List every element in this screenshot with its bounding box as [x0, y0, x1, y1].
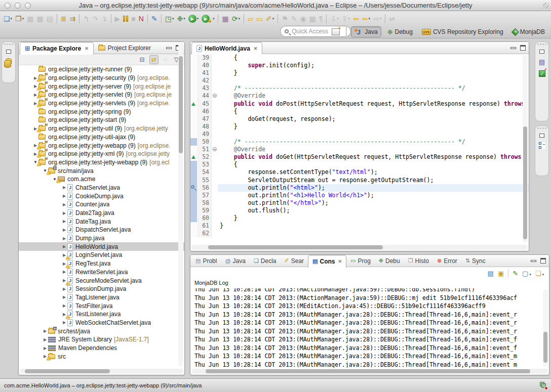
task-list-view-icon[interactable]: ▤ — [539, 58, 545, 66]
outline-view-icon[interactable] — [539, 142, 545, 149]
external-tools-button[interactable]: ⟳▾ — [230, 13, 242, 24]
line-number[interactable]: 45 — [197, 100, 211, 108]
collapse-all-button[interactable]: ⊟ — [138, 56, 146, 64]
open-console-button[interactable]: ❏ ▾ — [535, 270, 544, 277]
scroll-lock-button[interactable]: ▣ — [498, 270, 504, 277]
tab-project-explorer[interactable]: Project Explorer — [94, 42, 155, 54]
tree-item-org.eclipse.jetty-jetty-server-9-[interactable]: ▶Morg.eclipse.jetty:jetty-server (9)[org… — [19, 82, 184, 91]
coverage-button[interactable]: ◳▾ — [164, 13, 176, 24]
tree-item-testfilter.java[interactable]: ▶JTestFilter.java — [19, 301, 184, 310]
tree-horizontal-scrollbar[interactable] — [20, 369, 183, 374]
retag-button[interactable]: ⚑ — [280, 13, 290, 24]
line-number[interactable]: 56 — [197, 184, 211, 192]
chevron-down-icon[interactable]: ▾ — [337, 17, 339, 21]
tree-item-counter.java[interactable]: ▶JCounter.java — [19, 200, 184, 209]
tab-console-debu[interactable]: ❉Debu — [375, 255, 404, 267]
scrollbar-thumb[interactable] — [543, 332, 547, 363]
tree-item-org.eclipse.jetty-jetty-webapp-9-[interactable]: ▶Morg.eclipse.jetty:jetty-webapp (9)[org… — [19, 141, 184, 150]
tree-item-org.eclipse.jetty-jetty-security-9-[interactable]: ▶Morg.eclipse.jetty:jetty-security (9)[o… — [19, 74, 184, 82]
restore-view-icon[interactable] — [6, 50, 11, 54]
perspective-cvs-repository-exploring[interactable]: CVSCVS Repository Exploring — [419, 27, 506, 36]
externalize-strings-button[interactable]: ◉ — [298, 13, 307, 24]
scrollbar-thumb[interactable] — [523, 126, 527, 239]
chevron-down-icon[interactable]: ▾ — [183, 17, 185, 21]
line-number[interactable]: 59 — [197, 207, 211, 214]
search-button[interactable]: ✐▾ — [264, 13, 276, 24]
zoom-window-button[interactable] — [25, 3, 31, 9]
code-editor[interactable]: 39 {40 super.init(config);41 }4243 /* --… — [190, 54, 529, 251]
maximize-view-button[interactable] — [520, 45, 526, 51]
scrollbar-thumb[interactable] — [25, 369, 110, 373]
line-number[interactable]: 58 — [197, 199, 211, 207]
expander-icon[interactable]: ▶ — [61, 219, 67, 224]
restore-view-icon[interactable] — [539, 50, 544, 54]
perspective-debug[interactable]: ❉Debug — [384, 27, 416, 37]
tree-item-securemodeservlet.java[interactable]: ▶JSecureModeServlet.java — [19, 276, 184, 285]
tab-console-error[interactable]: ⊗Error — [433, 255, 461, 267]
line-number[interactable]: 50 — [197, 138, 211, 146]
print-button[interactable]: ▤ — [45, 13, 55, 24]
tree-item-loginservlet.java[interactable]: ▶JLoginServlet.java — [19, 251, 184, 259]
run-secured-button[interactable]: ▶🔒▾ — [200, 13, 216, 24]
scrollbar-thumb[interactable] — [179, 56, 183, 153]
tree-item-testlistener.java[interactable]: ▶JTestListener.java — [19, 310, 184, 319]
tree-item-taglistener.java[interactable]: ▶JTagListener.java — [19, 293, 184, 302]
scrollbar-thumb[interactable] — [206, 369, 530, 373]
tab-console-histo[interactable]: ❐Histo — [404, 255, 433, 267]
chevron-down-icon[interactable]: ▾ — [11, 17, 13, 21]
link-with-editor-button[interactable]: ⇄ — [149, 55, 159, 64]
line-number[interactable]: 49 — [197, 130, 211, 138]
tree-item-src-main-java[interactable]: ▼src/main/java — [19, 166, 184, 175]
line-number[interactable]: 62 — [197, 230, 211, 237]
tree-item-chatservlet.java[interactable]: ▶JChatServlet.java — [19, 184, 184, 192]
db-tree-view-icon[interactable] — [6, 58, 12, 65]
line-number[interactable]: 47 — [197, 115, 211, 123]
chevron-down-icon[interactable]: ▾ — [197, 17, 199, 21]
tab-console-sync[interactable]: ⇅Sync — [461, 255, 490, 267]
chevron-down-icon[interactable]: ▾ — [541, 273, 544, 276]
tree-item-org.eclipse.jetty-test-jetty-webapp-9-[interactable]: ▼Morg.eclipse.jetty:test-jetty-webapp (9… — [19, 158, 184, 167]
expander-icon[interactable]: ▶ — [61, 303, 67, 308]
tree-item-websocketchatservlet.java[interactable]: ▶JWebSocketChatServlet.java — [19, 319, 184, 327]
tree-item-date2tag.java[interactable]: ▶JDate2Tag.java — [19, 209, 184, 217]
tree-item-org.eclipse.jetty-jetty-start-9-[interactable]: org.eclipse.jetty:jetty-start (9) — [19, 116, 184, 124]
resume-button[interactable]: ▶ — [113, 13, 122, 24]
new-java-element-button[interactable]: ❐▾ — [14, 13, 25, 24]
line-number[interactable]: 43 — [197, 84, 211, 92]
tab-console-sear[interactable]: ✐Sear — [281, 255, 308, 267]
open-type-button[interactable]: ▱ — [246, 13, 255, 24]
perspective-java[interactable]: JJava — [351, 26, 381, 37]
tab-console-decla[interactable]: ❏Decla — [250, 255, 281, 267]
relaunch-button[interactable]: N — [137, 13, 145, 24]
drag-handle[interactable] — [537, 127, 546, 129]
line-number[interactable]: 44 — [197, 92, 211, 100]
annotate-button[interactable]: ✎ — [150, 13, 159, 24]
tab-helloworld-java[interactable]: J HelloWorld.java ✕ — [191, 42, 262, 55]
tree-item-org.eclipse.jetty-jetty-util-9-[interactable]: ▶Morg.eclipse.jetty:jetty-util (9)[org.e… — [19, 124, 184, 133]
show-table-button[interactable]: ▦ — [308, 13, 318, 24]
console-horizontal-scrollbar[interactable] — [191, 369, 548, 374]
expander-icon[interactable]: ▶ — [42, 337, 48, 342]
minimize-view-button[interactable] — [166, 47, 172, 49]
minimize-window-button[interactable] — [15, 3, 21, 9]
line-number[interactable]: 61 — [197, 222, 211, 230]
line-number[interactable]: 54 — [197, 168, 211, 176]
expander-icon[interactable]: ▶ — [61, 228, 67, 232]
show-whitespace-button[interactable]: ¶ — [318, 13, 325, 24]
tree-item-maven-dependencies[interactable]: ▶Maven Dependencies — [19, 344, 184, 353]
line-number[interactable]: 39 — [197, 54, 211, 62]
expander-icon[interactable]: ▶ — [61, 295, 67, 299]
redo-button[interactable]: ↷ — [91, 13, 100, 24]
chevron-down-icon[interactable]: ▾ — [172, 17, 174, 21]
junit-view-icon[interactable]: ✓ — [539, 70, 545, 77]
tree-item-org.eclipse.jetty-jetty-servlet-9-[interactable]: ▶Morg.eclipse.jetty:jetty-servlet (9)[or… — [19, 91, 184, 99]
tree-item-com.acme[interactable]: ▼com.acme — [19, 175, 184, 184]
undo-button[interactable]: ↰ — [82, 13, 91, 24]
mark-occurrences-button[interactable]: ✎ — [290, 13, 299, 24]
tree-item-jre-system-library[interactable]: ▶JRE System Library[JavaSE-1.7] — [19, 335, 184, 344]
link-with-editor-button[interactable]: ⇌ — [387, 13, 397, 24]
expander-icon[interactable]: ▶ — [61, 270, 67, 274]
tree-item-org.eclipse.jetty-jetty-spring-9-[interactable]: org.eclipse.jetty:jetty-spring (9) — [19, 107, 184, 116]
expander-icon[interactable]: ▶ — [61, 244, 67, 249]
line-number[interactable]: 41 — [197, 69, 211, 77]
